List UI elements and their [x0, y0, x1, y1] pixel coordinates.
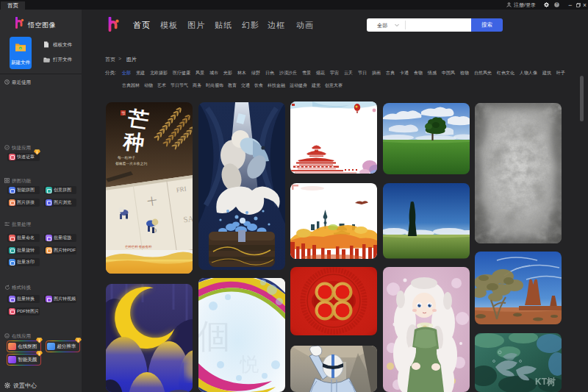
- svg-text:种: 种: [121, 129, 146, 155]
- svg-text:都藏着一次丰收之约: 都藏着一次丰收之约: [115, 161, 147, 166]
- svg-text:KT树: KT树: [535, 377, 556, 387]
- svg-text:?: ?: [556, 2, 558, 7]
- svg-text:悦: 悦: [239, 354, 259, 375]
- svg-text:FRI: FRI: [176, 185, 187, 194]
- svg-text:节: 节: [121, 111, 126, 115]
- svg-text:芒: 芒: [126, 107, 150, 132]
- svg-text:芒种芒种 有收有种: 芒种芒种 有收有种: [125, 245, 152, 249]
- svg-text:SA: SA: [183, 214, 193, 224]
- svg-text:十: 十: [147, 195, 158, 207]
- svg-text:個: 個: [198, 318, 231, 355]
